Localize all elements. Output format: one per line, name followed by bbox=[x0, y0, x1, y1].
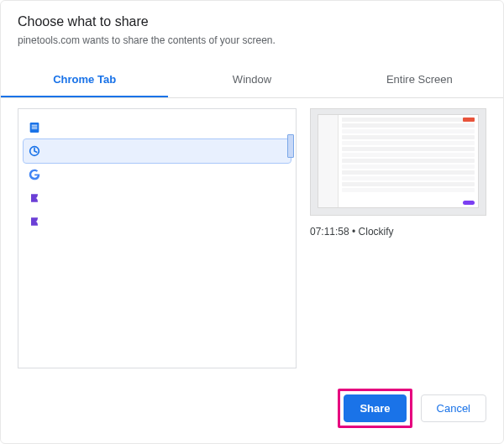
share-type-tabs: Chrome Tab Window Entire Screen bbox=[1, 65, 503, 98]
tab-list-item[interactable] bbox=[24, 163, 291, 186]
preview-caption: 07:11:58 • Clockify bbox=[310, 226, 486, 238]
dialog-title: Choose what to share bbox=[18, 14, 486, 29]
clockify-icon bbox=[27, 144, 42, 159]
tab-list-panel bbox=[18, 108, 297, 368]
tab-list-item[interactable] bbox=[24, 116, 291, 139]
svg-rect-3 bbox=[32, 128, 38, 129]
cancel-button[interactable]: Cancel bbox=[421, 394, 486, 422]
document-icon bbox=[27, 120, 42, 135]
tab-chrome-tab[interactable]: Chrome Tab bbox=[1, 65, 168, 97]
tab-entire-screen[interactable]: Entire Screen bbox=[336, 65, 503, 97]
dialog-subtitle: pinetools.com wants to share the content… bbox=[18, 34, 486, 46]
preview-panel: 07:11:58 • Clockify bbox=[310, 108, 486, 368]
app-icon bbox=[27, 191, 42, 206]
tab-list-item[interactable] bbox=[24, 210, 291, 233]
tab-list-item[interactable] bbox=[24, 139, 291, 163]
svg-rect-1 bbox=[32, 125, 38, 126]
svg-rect-2 bbox=[32, 127, 38, 128]
svg-rect-0 bbox=[30, 123, 39, 133]
share-button[interactable]: Share bbox=[344, 394, 406, 422]
tab-list-item[interactable] bbox=[24, 186, 291, 210]
app-icon bbox=[27, 214, 42, 229]
google-icon bbox=[27, 167, 42, 182]
preview-thumbnail[interactable] bbox=[310, 108, 486, 216]
tab-window[interactable]: Window bbox=[168, 65, 335, 97]
share-highlight-box: Share bbox=[338, 389, 412, 428]
scrollbar-thumb[interactable] bbox=[287, 134, 294, 158]
